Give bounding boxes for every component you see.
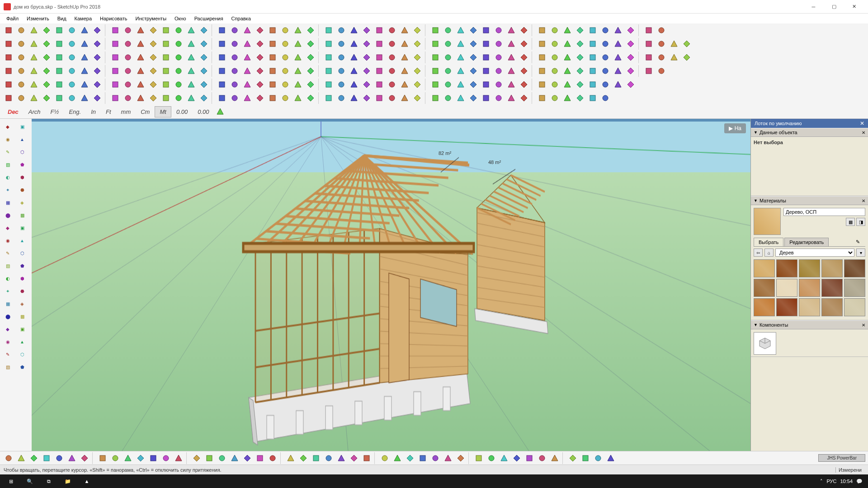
tool-button[interactable]: [587, 52, 599, 63]
tool-button[interactable]: [203, 452, 215, 464]
tool-button[interactable]: [216, 65, 228, 77]
side-tool[interactable]: ⬣: [15, 184, 29, 196]
tool-button[interactable]: [41, 38, 52, 50]
tool-button[interactable]: [241, 65, 253, 77]
tool-button[interactable]: [561, 79, 573, 90]
tool-button[interactable]: [455, 65, 467, 77]
material-swatch[interactable]: [754, 279, 775, 297]
tool-button[interactable]: [605, 452, 617, 464]
tab-select[interactable]: Выбрать: [754, 238, 783, 246]
side-tool[interactable]: ▦: [1, 298, 14, 310]
tool-button[interactable]: [160, 65, 172, 77]
tool-button[interactable]: [361, 52, 373, 63]
tool-button[interactable]: [122, 452, 134, 464]
tool-button[interactable]: [612, 65, 624, 77]
tool-button[interactable]: [3, 452, 14, 464]
menu-tools[interactable]: Инструменты: [132, 15, 170, 22]
tool-button[interactable]: [681, 38, 693, 50]
tool-button[interactable]: [335, 92, 347, 104]
tab-edit[interactable]: Редактировать: [784, 238, 829, 246]
unit-in[interactable]: In: [86, 106, 101, 117]
tool-button[interactable]: [241, 52, 253, 63]
tool-button[interactable]: [254, 92, 266, 104]
tool-button[interactable]: [241, 79, 253, 90]
start-button[interactable]: ⊞: [2, 475, 20, 488]
tool-button[interactable]: [279, 38, 291, 50]
tool-button[interactable]: [109, 65, 121, 77]
tool-button[interactable]: [28, 52, 40, 63]
tool-button[interactable]: [536, 24, 548, 36]
material-home-icon[interactable]: ⌂: [764, 249, 774, 257]
tool-button[interactable]: [79, 92, 90, 104]
tool-button[interactable]: [399, 65, 410, 77]
tool-button[interactable]: [3, 92, 14, 104]
tool-button[interactable]: [185, 92, 197, 104]
side-tool[interactable]: ◉: [1, 235, 14, 246]
side-tool[interactable]: ◆: [1, 121, 14, 132]
tool-button[interactable]: [173, 38, 184, 50]
tool-button[interactable]: [549, 24, 561, 36]
tool-button[interactable]: [625, 79, 637, 90]
tool-button[interactable]: [511, 452, 523, 464]
tool-button[interactable]: [216, 92, 228, 104]
tool-button[interactable]: [625, 38, 637, 50]
tool-button[interactable]: [53, 79, 65, 90]
tool-button[interactable]: [216, 79, 228, 90]
tool-button[interactable]: [160, 38, 172, 50]
tool-button[interactable]: [66, 52, 78, 63]
unit-dec[interactable]: Dec: [3, 106, 24, 117]
tool-button[interactable]: [480, 79, 492, 90]
side-tool[interactable]: ⬡: [15, 146, 29, 158]
tool-button[interactable]: [229, 65, 241, 77]
tool-button[interactable]: [91, 65, 103, 77]
tool-button[interactable]: [505, 38, 517, 50]
side-tool[interactable]: ▣: [15, 222, 29, 234]
tool-button[interactable]: [417, 452, 429, 464]
tool-button[interactable]: [3, 79, 14, 90]
tool-button[interactable]: [91, 24, 103, 36]
tray-time[interactable]: 10:54: [840, 479, 853, 484]
tool-button[interactable]: [592, 452, 604, 464]
tool-button[interactable]: [643, 38, 655, 50]
tool-button[interactable]: [404, 452, 416, 464]
tool-button[interactable]: [91, 52, 103, 63]
tool-button[interactable]: [135, 452, 146, 464]
side-tool[interactable]: ▩: [15, 310, 29, 322]
tool-button[interactable]: [28, 24, 40, 36]
tool-button[interactable]: [214, 106, 226, 117]
tool-button[interactable]: [373, 52, 385, 63]
tool-button[interactable]: [625, 65, 637, 77]
tool-button[interactable]: [518, 92, 530, 104]
tool-button[interactable]: [643, 24, 655, 36]
tool-button[interactable]: [185, 24, 197, 36]
tool-button[interactable]: [97, 452, 108, 464]
tool-button[interactable]: [160, 52, 172, 63]
tool-button[interactable]: [185, 65, 197, 77]
tool-button[interactable]: [198, 38, 210, 50]
tool-button[interactable]: [561, 38, 573, 50]
tool-button[interactable]: [292, 38, 304, 50]
unit-arch[interactable]: Arch: [24, 106, 46, 117]
tool-button[interactable]: [147, 92, 159, 104]
maximize-button[interactable]: ▢: [824, 0, 844, 14]
tool-button[interactable]: [292, 52, 304, 63]
scene-canvas[interactable]: [32, 119, 750, 451]
tool-button[interactable]: [549, 65, 561, 77]
tool-button[interactable]: [229, 79, 241, 90]
tool-button[interactable]: [493, 65, 505, 77]
tool-button[interactable]: [160, 92, 172, 104]
tool-button[interactable]: [147, 452, 159, 464]
tool-button[interactable]: [53, 52, 65, 63]
tool-button[interactable]: [386, 79, 398, 90]
tool-button[interactable]: [429, 452, 441, 464]
tool-button[interactable]: [91, 92, 103, 104]
tool-button[interactable]: [348, 452, 360, 464]
tool-button[interactable]: [561, 65, 573, 77]
tool-button[interactable]: [267, 52, 278, 63]
tool-button[interactable]: [254, 452, 266, 464]
tool-button[interactable]: [229, 452, 241, 464]
tool-button[interactable]: [79, 24, 90, 36]
tool-button[interactable]: [28, 92, 40, 104]
tool-button[interactable]: [292, 65, 304, 77]
minimize-button[interactable]: ─: [803, 0, 824, 14]
